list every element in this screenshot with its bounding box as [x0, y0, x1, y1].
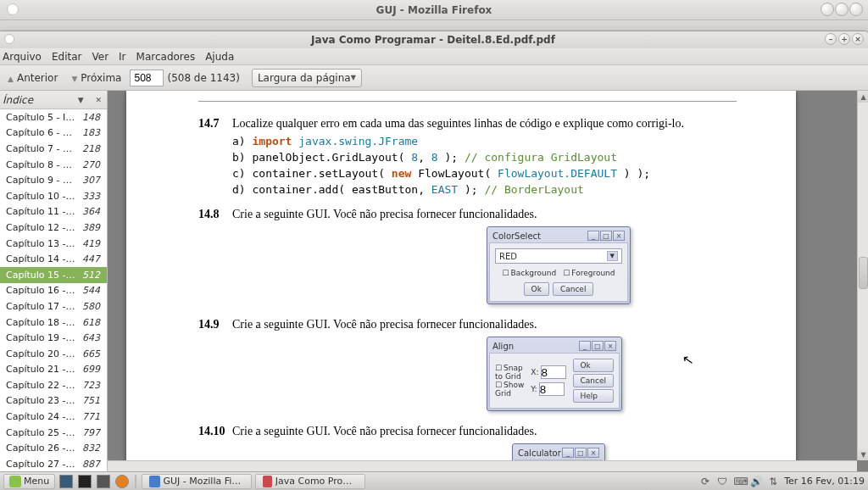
- sidebar-item[interactable]: Capítulo 25 - C...797: [0, 425, 107, 441]
- sidebar-item-label: Capítulo 5 - Inst...: [6, 112, 75, 123]
- prev-page-button[interactable]: Anterior: [3, 70, 63, 86]
- sidebar-item-page: 771: [82, 411, 100, 422]
- window-menu-icon[interactable]: [7, 3, 19, 15]
- files-icon[interactable]: [96, 474, 111, 489]
- keyboard-icon[interactable]: ⌨: [733, 476, 745, 487]
- sidebar-item-page: 447: [82, 253, 100, 264]
- sidebar-item[interactable]: Capítulo 19 - Pe...643: [0, 330, 107, 346]
- volume-icon[interactable]: 🔊: [750, 476, 762, 487]
- minimize-icon[interactable]: [821, 3, 834, 16]
- sidebar-item[interactable]: Capítulo 12 - Es...389: [0, 220, 107, 236]
- show-desktop-icon[interactable]: [58, 474, 74, 489]
- sidebar-item-page: 270: [82, 159, 100, 170]
- sidebar-item[interactable]: Capítulo 8 - Cla...270: [0, 157, 107, 173]
- ex-number: 14.10: [198, 425, 232, 438]
- sidebar-item[interactable]: Capítulo 23 - A...751: [0, 393, 107, 409]
- close-sidebar-icon[interactable]: ✕: [95, 96, 102, 104]
- evince-toolbar: Anterior Próxima (508 de 1143) Largura d…: [0, 65, 868, 91]
- network-icon[interactable]: ⇅: [767, 476, 779, 487]
- sidebar-item[interactable]: Capítulo 21 - Cl...699: [0, 362, 107, 378]
- sidebar-item-page: 419: [82, 238, 100, 249]
- menu-label: Menu: [24, 476, 49, 487]
- menu-editar[interactable]: Editar: [52, 51, 82, 63]
- ex-number: 14.8: [198, 208, 232, 221]
- maximize-icon[interactable]: +: [838, 33, 850, 45]
- horizontal-scrollbar[interactable]: [108, 460, 857, 472]
- update-icon[interactable]: ⟳: [699, 476, 711, 487]
- sidebar-item-label: Capítulo 20 - C...: [6, 348, 75, 359]
- sidebar-item[interactable]: Capítulo 17 - Ar...580: [0, 298, 107, 315]
- close-icon[interactable]: ×: [852, 33, 864, 45]
- arrow-down-icon: [71, 72, 77, 84]
- sidebar-item[interactable]: Capítulo 15 - I...512: [0, 267, 107, 283]
- window-menu-icon[interactable]: [4, 34, 14, 44]
- sidebar-item-page: 544: [82, 285, 100, 296]
- sidebar-item[interactable]: Capítulo 10 - Pr...333: [0, 188, 107, 204]
- sidebar-item-label: Capítulo 26 - M...: [6, 443, 75, 454]
- zoom-combo[interactable]: Largura da página: [252, 69, 362, 87]
- scroll-down-icon[interactable]: ▼: [858, 448, 868, 460]
- maximize-icon[interactable]: [835, 3, 849, 16]
- chevron-down-icon[interactable]: ▼: [78, 96, 84, 104]
- sidebar-item[interactable]: Capítulo 26 - M...832: [0, 440, 107, 456]
- task-item-firefox[interactable]: GUJ - Mozilla Firefox: [142, 474, 252, 489]
- sidebar-item[interactable]: Capítulo 6 - Mé...183: [0, 125, 107, 142]
- menu-ir[interactable]: Ir: [119, 51, 125, 63]
- page-area[interactable]: 14.7 Localize qualquer erro em cada uma …: [108, 91, 868, 472]
- mint-logo-icon: [9, 476, 21, 487]
- shield-icon[interactable]: 🛡: [716, 476, 728, 487]
- scroll-thumb[interactable]: [859, 257, 868, 289]
- clock[interactable]: Ter 16 Fev, 01:19: [784, 476, 865, 487]
- sidebar-item-label: Capítulo 11 - Tr...: [6, 206, 75, 217]
- scroll-up-icon[interactable]: ▲: [858, 91, 868, 103]
- page-number-input[interactable]: [130, 70, 164, 86]
- start-menu-button[interactable]: Menu: [3, 474, 55, 489]
- sidebar-item[interactable]: Capítulo 24 - M...771: [0, 409, 107, 425]
- task-item-evince[interactable]: Java Como Programar...: [255, 474, 365, 489]
- menu-ver[interactable]: Ver: [92, 51, 108, 63]
- ex-text: Crie a seguinte GUI. Você não precisa fo…: [232, 208, 537, 221]
- ex-text: Crie a seguinte GUI. Você não precisa fo…: [232, 425, 537, 438]
- sidebar-item[interactable]: Capítulo 27 - Re...887: [0, 456, 107, 472]
- sidebar-item[interactable]: Capítulo 7 - Arr...218: [0, 141, 107, 157]
- ex-number: 14.9: [198, 318, 232, 331]
- sidebar-item-page: 512: [82, 270, 100, 281]
- menu-arquivo[interactable]: Arquivo: [3, 51, 42, 63]
- sidebar-header[interactable]: Índice ▼ ✕: [0, 91, 107, 109]
- next-page-button[interactable]: Próxima: [66, 70, 126, 86]
- sidebar-item-label: Capítulo 23 - A...: [6, 395, 75, 406]
- menu-ajuda[interactable]: Ajuda: [205, 51, 234, 63]
- sidebar-item[interactable]: Capítulo 13 - Es...419: [0, 236, 107, 252]
- minimize-icon[interactable]: –: [825, 33, 837, 45]
- sidebar-item-page: 618: [82, 317, 100, 328]
- system-tray: ⟳ 🛡 ⌨ 🔊 ⇅ Ter 16 Fev, 01:19: [699, 476, 865, 487]
- vertical-scrollbar[interactable]: ▲ ▼: [857, 91, 868, 460]
- sidebar-item[interactable]: Capítulo 22 - Es...723: [0, 377, 107, 393]
- firefox-titlebar: GUJ - Mozilla Firefox: [0, 0, 868, 20]
- sidebar-item-label: Capítulo 24 - M...: [6, 411, 75, 422]
- terminal-icon[interactable]: [77, 474, 92, 489]
- sidebar-item[interactable]: Capítulo 5 - Inst...148: [0, 109, 107, 125]
- sidebar-list[interactable]: Capítulo 5 - Inst...148Capítulo 6 - Mé..…: [0, 109, 107, 472]
- sidebar-item-page: 751: [82, 395, 100, 406]
- sidebar-item-page: 723: [82, 380, 100, 391]
- menu-marcadores[interactable]: Marcadores: [136, 51, 196, 63]
- evince-window: Java Como Programar - Deitel.8.Ed.pdf.pd…: [0, 31, 868, 473]
- firefox-icon[interactable]: [114, 474, 130, 489]
- sidebar-item[interactable]: Capítulo 9 - Pro...307: [0, 172, 107, 188]
- sidebar-item-page: 887: [82, 459, 100, 470]
- close-icon[interactable]: [849, 3, 863, 16]
- sidebar-item[interactable]: Capítulo 18 - Re...618: [0, 315, 107, 331]
- sidebar-item[interactable]: Capítulo 14 - C...447: [0, 251, 107, 267]
- sidebar-item[interactable]: Capítulo 16 - St...544: [0, 283, 107, 299]
- page-count-label: (508 de 1143): [167, 72, 239, 84]
- sidebar-item-label: Capítulo 22 - Es...: [6, 380, 75, 391]
- sidebar-item-page: 389: [82, 222, 100, 233]
- evince-menubar: Arquivo Editar Ver Ir Marcadores Ajuda: [0, 48, 868, 65]
- sidebar-item-page: 333: [82, 191, 100, 202]
- ex-text: Crie a seguinte GUI. Você não precisa fo…: [232, 318, 537, 331]
- sidebar-item-page: 580: [82, 301, 100, 312]
- sidebar-item[interactable]: Capítulo 11 - Tr...364: [0, 204, 107, 220]
- sidebar-item[interactable]: Capítulo 20 - C...665: [0, 346, 107, 362]
- sidebar-title: Índice: [3, 94, 33, 106]
